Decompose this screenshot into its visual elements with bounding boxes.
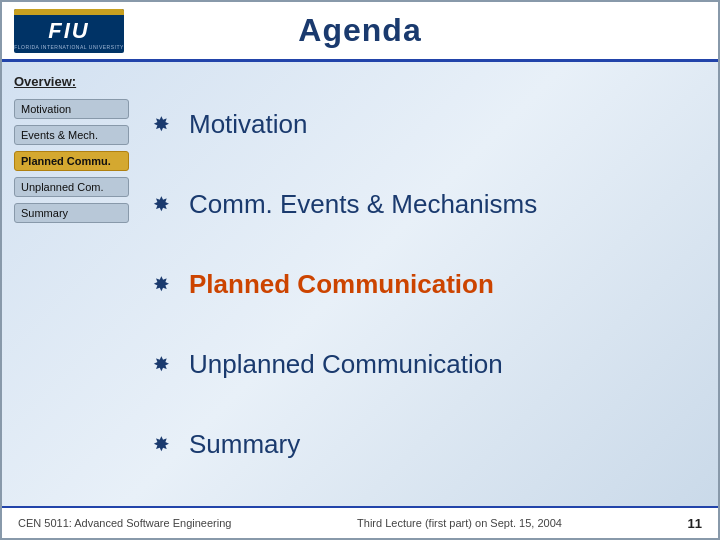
agenda-item-events-mechanisms: ✸ Comm. Events & Mechanisms (149, 183, 686, 226)
bullet-events-mechanisms: ✸ (149, 192, 173, 216)
footer-date: Third Lecture (first part) on Sept. 15, … (357, 517, 562, 529)
sidebar-item-unplanned-com[interactable]: Unplanned Com. (14, 177, 129, 197)
slide: FIU FLORIDA INTERNATIONAL UNIVERSITY Age… (0, 0, 720, 540)
logo-area: FIU FLORIDA INTERNATIONAL UNIVERSITY (14, 9, 124, 53)
logo-box: FIU FLORIDA INTERNATIONAL UNIVERSITY (14, 9, 124, 53)
footer-course: CEN 5011: Advanced Software Engineering (18, 517, 231, 529)
agenda-text-planned-communication: Planned Communication (189, 269, 494, 300)
body: Overview: Motivation Events & Mech. Plan… (2, 62, 718, 506)
logo-fiu-text: FIU (48, 18, 89, 44)
bullet-summary: ✸ (149, 432, 173, 456)
bullet-motivation: ✸ (149, 112, 173, 136)
agenda-item-summary: ✸ Summary (149, 423, 686, 466)
sidebar-item-events-mech[interactable]: Events & Mech. (14, 125, 129, 145)
bullet-planned-communication: ✸ (149, 272, 173, 296)
logo-gold-bar (14, 9, 124, 15)
sidebar-item-summary[interactable]: Summary (14, 203, 129, 223)
agenda-text-unplanned-communication: Unplanned Communication (189, 349, 503, 380)
footer: CEN 5011: Advanced Software Engineering … (2, 506, 718, 538)
sidebar-item-planned-commu[interactable]: Planned Commu. (14, 151, 129, 171)
sidebar-item-motivation[interactable]: Motivation (14, 99, 129, 119)
agenda-item-planned-communication: ✸ Planned Communication (149, 263, 686, 306)
page-title: Agenda (298, 12, 421, 49)
agenda-text-summary: Summary (189, 429, 300, 460)
agenda-item-motivation: ✸ Motivation (149, 103, 686, 146)
bullet-unplanned-communication: ✸ (149, 352, 173, 376)
agenda-text-motivation: Motivation (189, 109, 308, 140)
agenda-text-events-mechanisms: Comm. Events & Mechanisms (189, 189, 537, 220)
sidebar: Overview: Motivation Events & Mech. Plan… (14, 74, 129, 494)
header: FIU FLORIDA INTERNATIONAL UNIVERSITY Age… (2, 2, 718, 62)
footer-page: 11 (688, 516, 702, 531)
agenda-item-unplanned-communication: ✸ Unplanned Communication (149, 343, 686, 386)
main-content: ✸ Motivation ✸ Comm. Events & Mechanisms… (139, 74, 706, 494)
logo-sub-text: FLORIDA INTERNATIONAL UNIVERSITY (14, 44, 124, 50)
sidebar-label: Overview: (14, 74, 129, 89)
